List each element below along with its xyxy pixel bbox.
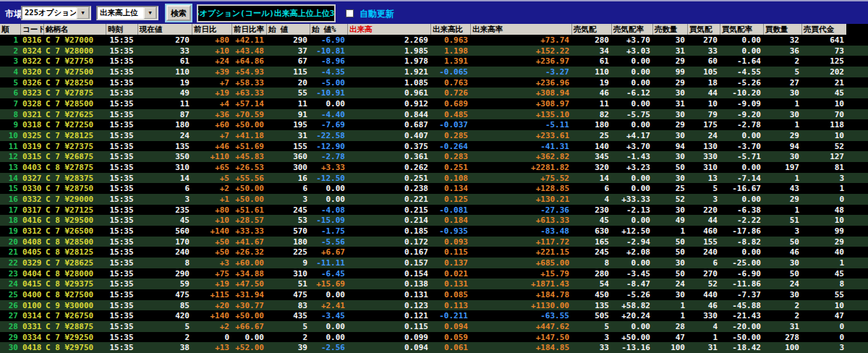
- cell-open-pct: 0.00: [310, 322, 347, 331]
- rank-select[interactable]: 出来高上位 ▼: [96, 6, 158, 20]
- cell-time: 15:35: [106, 88, 137, 98]
- cell-change: +19: [192, 88, 231, 98]
- table-row[interactable]: 130403C 8 ¥2787515:35310+65+26.53300+3.3…: [0, 162, 868, 173]
- cell-volume-rate: +135.10: [470, 110, 571, 119]
- cell-price: 61: [137, 56, 192, 66]
- cell-volume-ratio: 0.963: [430, 35, 470, 45]
- table-row[interactable]: 220329C 7 ¥2862515:358+3+60.009-11.110.1…: [0, 258, 868, 268]
- cell-volume-rate: +308.94: [470, 88, 571, 98]
- cell-open-pct: -6.45: [310, 269, 347, 278]
- cell-open: 435: [266, 311, 310, 320]
- auto-update-checkbox[interactable]: [346, 9, 354, 17]
- cell-rank: 17: [0, 205, 20, 215]
- column-header-value: 売買代金: [801, 24, 846, 35]
- cell-open: 225: [266, 247, 310, 257]
- cell-bid-qty: 50: [763, 269, 801, 278]
- table-row[interactable]: 190312C 7 ¥2650015:35560+140+33.33570-1.…: [0, 226, 868, 237]
- cell-ask: 34: [571, 46, 611, 56]
- table-row[interactable]: 200408C 8 ¥2850015:35170+50+41.67180-5.5…: [0, 237, 868, 247]
- cell-rank: 2: [0, 46, 20, 56]
- column-header-change: 前日比: [192, 24, 231, 35]
- chevron-down-icon[interactable]: ▼: [143, 7, 157, 20]
- cell-ask-rate: -3.45: [611, 269, 652, 278]
- cell-volume-ratio: 0.726: [430, 88, 470, 98]
- cell-change-pct: +51.69: [231, 142, 266, 151]
- table-row[interactable]: 250400C 8 ¥2750015:35475+115+31.944750.0…: [0, 289, 868, 300]
- table-row[interactable]: 40320C 7 ¥2750015:35110+39+54.93115-4.35…: [0, 67, 868, 77]
- cell-change-pct: +45.83: [231, 152, 266, 161]
- table-row[interactable]: 80321C 7 ¥2762515:3587+36+70.5991-4.400.…: [0, 109, 868, 120]
- cell-time: 15:35: [106, 152, 137, 161]
- table-row[interactable]: 30322C 7 ¥2775015:3561+24+64.8667-8.961.…: [0, 56, 868, 67]
- cell-volume-ratio: -0.081: [430, 205, 470, 215]
- cell-name: C 7 ¥28750: [43, 184, 106, 193]
- cell-name: C 7 ¥27625: [43, 110, 106, 119]
- table-row[interactable]: 290334C 7 ¥2925015:35200.0020.000.0990.0…: [0, 332, 868, 343]
- cell-ask-rate: 0.00: [611, 322, 652, 331]
- cell-value: 10: [801, 216, 846, 225]
- cell-time: 15:35: [106, 343, 137, 352]
- cell-value: 99: [801, 226, 846, 236]
- table-row[interactable]: 110319C 7 ¥2737515:35135+46+51.69155-12.…: [0, 141, 868, 152]
- cell-change: +4: [192, 99, 231, 109]
- table-row[interactable]: 210405C 8 ¥2812515:35240+50+26.32225+6.6…: [0, 247, 868, 258]
- table-row[interactable]: 170317C 7 ¥2712515:35235+80+51.61245-4.0…: [0, 205, 868, 216]
- table-row[interactable]: 50326C 7 ¥2825015:3519+7+58.3320-5.001.0…: [0, 77, 868, 88]
- cell-time: 15:35: [106, 279, 137, 289]
- cell-name: C 8 ¥29500: [43, 216, 106, 225]
- cell-volume-ratio: 0.689: [430, 99, 470, 109]
- cell-bid-rate: 0.00: [720, 46, 763, 56]
- cell-volume-ratio: 0.131: [430, 279, 470, 289]
- table-row[interactable]: 260100C 9 ¥3000015:3585+20+30.7783+2.410…: [0, 300, 868, 311]
- cell-bid-rate: -5.26: [720, 78, 763, 88]
- table-row[interactable]: 90318C 7 ¥2725015:35180+60+50.00195-7.69…: [0, 119, 868, 130]
- cell-rank: 8: [0, 110, 20, 119]
- cell-value: 47: [801, 311, 846, 320]
- cell-code: 0317: [20, 205, 43, 215]
- cell-rank: 22: [0, 258, 20, 268]
- cell-time: 15:35: [106, 99, 137, 109]
- cell-open-pct: -5.00: [310, 78, 347, 88]
- cell-volume-rate: +15.79: [470, 269, 571, 278]
- cell-bid-rate: 0.00: [720, 35, 763, 45]
- cell-rank: 6: [0, 88, 20, 98]
- table-row[interactable]: 100325C 7 ¥2812515:3524+7+41.1831-22.580…: [0, 130, 868, 141]
- cell-open-pct: 0.00: [310, 290, 347, 299]
- table-row[interactable]: 120315C 7 ¥2687515:35350+110+45.83360-2.…: [0, 151, 868, 162]
- header-filler: [846, 24, 868, 35]
- cell-rank: 24: [0, 279, 20, 289]
- cell-volume-ratio: 0.134: [430, 184, 470, 193]
- table-row[interactable]: 20324C 7 ¥2800015:3533+10+43.4837-10.811…: [0, 46, 868, 56]
- table-row[interactable]: 270314C 7 ¥2675015:35420+140+50.00435-3.…: [0, 310, 868, 321]
- table-row[interactable]: 140327C 7 ¥2837515:3514+5+55.5616-12.500…: [0, 173, 868, 184]
- cell-rank: 28: [0, 322, 20, 331]
- cell-volume: 0.167: [347, 247, 430, 257]
- table-row[interactable]: 150330C 7 ¥2875015:356+2+50.0060.000.238…: [0, 183, 868, 194]
- cell-name: C 7 ¥28625: [43, 258, 106, 268]
- cell-ask: 5: [571, 322, 611, 331]
- cell-bid-rate: 0.00: [720, 131, 763, 140]
- cell-bid: 44: [687, 216, 720, 225]
- table-row[interactable]: 280331C 7 ¥2887515:355+2+66.6750.000.115…: [0, 321, 868, 332]
- chevron-down-icon[interactable]: ▼: [76, 7, 90, 20]
- cell-bid: 130: [687, 142, 720, 151]
- cell-volume-rate: +362.82: [470, 152, 571, 161]
- cell-ask-rate: 0.00: [611, 56, 652, 66]
- table-row[interactable]: 70328C 7 ¥2850015:3511+4+57.14110.000.91…: [0, 98, 868, 109]
- cell-code: 0418: [20, 343, 43, 352]
- cell-ask-qty: 1: [652, 301, 687, 310]
- cell-bid-rate: -17.86: [720, 226, 763, 236]
- table-row[interactable]: 10316C 7 ¥2700015:35270+80+42.11290-6.90…: [0, 35, 868, 46]
- table-row[interactable]: 230404C 8 ¥2800015:35290+75+34.88310-6.4…: [0, 268, 868, 279]
- market-select[interactable]: 225オプション(コール) ▼: [21, 6, 91, 20]
- table-row[interactable]: 240415C 8 ¥2937515:3559+19+47.5051+15.69…: [0, 278, 868, 289]
- cell-volume: 0.115: [347, 322, 430, 331]
- search-button[interactable]: 検索: [166, 5, 191, 21]
- table-row[interactable]: 180416C 8 ¥2950015:3545+10+28.5753-15.09…: [0, 215, 868, 226]
- cell-volume-rate: +236.97: [470, 56, 571, 66]
- table-row[interactable]: 160332C 7 ¥2900015:353+1+50.0030.000.221…: [0, 194, 868, 205]
- table-row[interactable]: 60323C 7 ¥2787515:3549+19+63.3355-10.910…: [0, 88, 868, 98]
- cell-ask-qty: 30: [652, 35, 687, 45]
- table-row[interactable]: 300418C 8 ¥2975015:3538+13+52.0039-2.560…: [0, 342, 868, 353]
- cell-ask-rate: 0.00: [611, 258, 652, 268]
